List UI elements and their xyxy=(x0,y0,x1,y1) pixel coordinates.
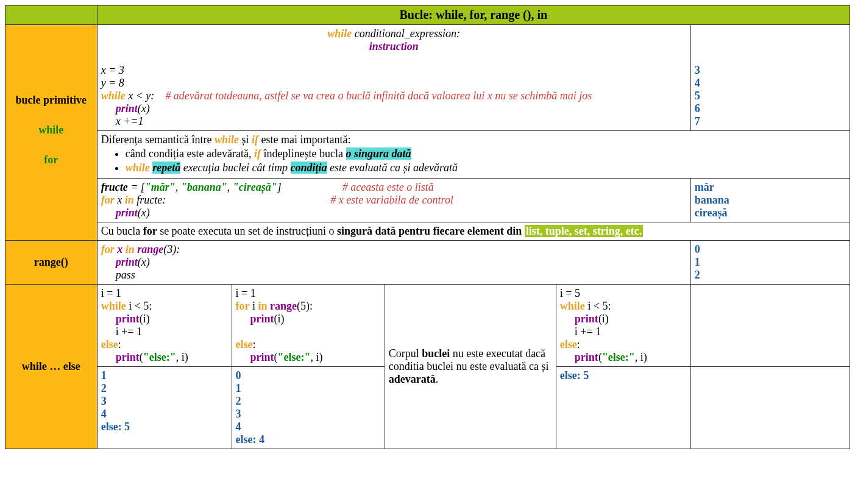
for-note-cell: Cu bucla for se poate executa un set de … xyxy=(97,222,850,241)
b-out-3: 3 xyxy=(236,408,381,421)
we-colE-empty-bottom xyxy=(690,367,850,449)
a-l2-rest: i < 5: xyxy=(126,300,152,312)
code-l3-comment: # adevărat totdeauna, astfel se va crea … xyxy=(165,90,592,102)
r4-b: se poate executa un set de instrucțiuni … xyxy=(157,225,337,237)
code-l1: x = 3 xyxy=(101,64,687,77)
a-l5-else: else xyxy=(101,338,118,350)
b2-hl2: condiția xyxy=(291,161,327,174)
d-l2-rest: i < 5: xyxy=(585,300,611,312)
out-0: 3 xyxy=(695,64,846,77)
a-out-0: 1 xyxy=(101,369,228,382)
r3-arg: (x) xyxy=(138,207,150,219)
b-l5-colon: : xyxy=(253,338,256,350)
c-t4: adevarată xyxy=(389,373,436,385)
r3-var: fructe xyxy=(101,181,128,193)
we-colA-code: i = 1 while i < 5: print(i) i += 1 else:… xyxy=(97,285,232,367)
d-l6-rest: , i) xyxy=(635,351,647,363)
out-1: 4 xyxy=(695,77,846,90)
label-while-else: while … else xyxy=(5,285,98,449)
b1-a: când condiția este adevărată, xyxy=(126,147,254,160)
a-l6-rest: , i) xyxy=(176,351,188,363)
r3-x: x xyxy=(115,194,125,206)
label-for: for xyxy=(9,154,93,166)
out-4: 7 xyxy=(695,115,846,128)
a-l6-str: "else:" xyxy=(143,351,176,363)
b-out-1: 1 xyxy=(236,382,381,395)
a-l3-print: print xyxy=(116,313,140,325)
r5-for: for xyxy=(101,243,115,255)
label-bucle-primitive: bucle primitive while for xyxy=(5,25,98,241)
for-fructe-output: măr banana cireașă xyxy=(690,179,850,222)
d-l3-arg: (i) xyxy=(598,313,609,325)
a-out-4: else: 5 xyxy=(101,421,228,433)
b1-b: îndeplinește bucla xyxy=(261,147,346,160)
r3-s3: "cireașă" xyxy=(233,181,277,193)
r4-for: for xyxy=(143,225,157,237)
diff-c: este mai importantă: xyxy=(258,133,350,146)
diff-if: if xyxy=(252,133,258,146)
a-out-3: 4 xyxy=(101,408,228,421)
d-l6-print: print xyxy=(575,351,598,363)
r3-s2: "banana" xyxy=(181,181,227,193)
d-l6-str: "else:" xyxy=(602,351,635,363)
range-code-cell: for x in range(3): print(x) pass xyxy=(97,241,690,285)
diff-bullet-2: while repetă execuția buclei cât timp co… xyxy=(126,161,846,174)
header-empty xyxy=(5,5,98,25)
c-t5: . xyxy=(436,373,439,385)
code-l3-kw: while xyxy=(101,90,126,102)
r5-parg: (x) xyxy=(138,256,150,268)
c-t1: Corpul xyxy=(389,347,422,360)
diff-while: while xyxy=(215,133,239,146)
r5-pass: pass xyxy=(116,269,135,281)
b2-hl1: repetă xyxy=(152,161,180,174)
while-output-cell: 3 4 5 6 7 xyxy=(690,25,850,131)
while-primitive-cell: while conditional_expression: instructio… xyxy=(97,25,690,131)
a-out-2: 3 xyxy=(101,395,228,408)
r3-c1: , xyxy=(176,181,181,193)
we-colC-text: Corpul buclei nu este executat dacă cond… xyxy=(385,285,556,449)
b-l2-i: i xyxy=(250,300,258,312)
b-l2-for: for xyxy=(236,300,250,312)
out-2: 5 xyxy=(695,90,846,102)
for-fructe-cell: fructe = ["măr", "banana", "cireașă"]# a… xyxy=(97,179,690,222)
a-l2-kw: while xyxy=(101,300,126,312)
r3-c2: , xyxy=(227,181,233,193)
a-l6-print: print xyxy=(116,351,140,363)
r3-print: print xyxy=(116,207,138,219)
a-l1: i = 1 xyxy=(101,287,228,300)
r3-for: for xyxy=(101,194,115,206)
r3-rest: fructe: xyxy=(134,194,166,206)
d-l1: i = 5 xyxy=(560,287,687,300)
while-syntax-kw: while xyxy=(327,27,352,40)
r3-out-1: banana xyxy=(695,194,846,207)
b-l2-in: in xyxy=(258,300,268,312)
b-l2-range: range xyxy=(270,300,297,312)
bucle-table: Bucle: while, for, range (), in bucle pr… xyxy=(5,5,850,449)
r5-out-1: 1 xyxy=(695,256,846,269)
r3-eq: = [ xyxy=(128,181,145,193)
r3-out-0: măr xyxy=(695,181,846,194)
r5-x: x xyxy=(115,243,126,255)
r3-comment2: # x este variabila de control xyxy=(330,194,453,206)
b2-kw: while xyxy=(126,161,150,174)
label-bucle-primitive-text: bucle primitive xyxy=(9,94,93,107)
we-colB-out: 0 1 2 3 4 else: 4 xyxy=(232,367,385,449)
b2-end: este evaluată ca și adevărată xyxy=(327,161,458,174)
we-colD-code: i = 5 while i < 5: print(i) i += 1 else:… xyxy=(556,285,690,367)
a-l4: i += 1 xyxy=(116,325,142,338)
b-l3-print: print xyxy=(250,313,274,325)
a-out-1: 2 xyxy=(101,382,228,395)
r3-close: ] xyxy=(277,181,282,193)
range-output-cell: 0 1 2 xyxy=(690,241,850,285)
out-3: 6 xyxy=(695,102,846,115)
r5-in: in xyxy=(126,243,135,255)
b-l2-arg: (5): xyxy=(297,300,313,312)
d-out: else: 5 xyxy=(560,369,687,382)
r3-s1: "măr" xyxy=(145,181,176,193)
r3-comment1: # aceasta este o listă xyxy=(342,181,434,193)
b-l6-str: "else:" xyxy=(278,351,311,363)
we-colD-out: else: 5 xyxy=(556,367,690,449)
code-l4-arg: (x) xyxy=(138,102,150,115)
d-l4: i += 1 xyxy=(575,325,601,338)
c-t2: buclei xyxy=(422,347,450,360)
